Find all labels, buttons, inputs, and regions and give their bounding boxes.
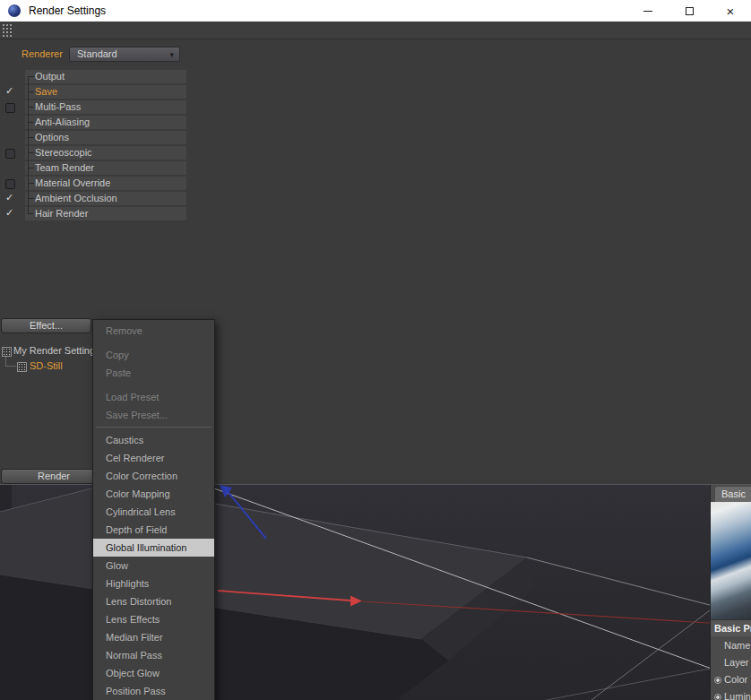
effect-button[interactable]: Effect... <box>1 318 91 333</box>
settings-checkbox[interactable]: ✓ <box>4 130 18 145</box>
context-menu-item-label: Position Pass <box>106 686 166 696</box>
context-menu-item[interactable]: Caustics <box>93 431 214 449</box>
settings-row-bar: Anti-Aliasing <box>25 116 186 129</box>
settings-row-bar: Hair Render <box>25 207 186 220</box>
context-menu-item-label: Save Preset... <box>106 410 168 420</box>
settings-tree-label: Output <box>35 70 65 83</box>
material-preview-thumbnail[interactable] <box>711 502 751 620</box>
settings-tree-label: Team Render <box>35 161 94 175</box>
channel-radio-icon[interactable] <box>714 677 721 684</box>
attribute-row[interactable]: Name <box>711 637 751 654</box>
grid-line <box>547 669 710 700</box>
channel-radio-icon[interactable] <box>714 694 721 700</box>
drag-strip[interactable] <box>0 22 751 39</box>
settings-checkbox[interactable]: ✓ <box>4 69 18 84</box>
context-menu-item-label: Cel Renderer <box>106 453 164 463</box>
tab-basic[interactable]: Basic <box>715 487 751 502</box>
settings-checkbox[interactable]: ✓ <box>4 84 18 99</box>
settings-row-bar: Material Override <box>25 177 186 190</box>
settings-row-bar: Stereoscopic <box>25 146 186 160</box>
cinema4d-app-icon <box>8 4 21 17</box>
context-menu-item[interactable]: Lens Distortion <box>93 592 214 610</box>
context-menu-item[interactable]: Highlights <box>93 575 214 592</box>
context-menu-item-label: Paste <box>106 367 131 378</box>
settings-checkbox[interactable]: ✓ <box>4 160 18 176</box>
maximize-button[interactable] <box>669 0 710 22</box>
settings-tree: ✓ Output ✓ Save ✓ Multi-Pass <box>0 69 190 221</box>
context-menu-item[interactable]: Load Preset <box>93 388 214 406</box>
context-menu-item[interactable]: Copy <box>93 346 214 364</box>
render-button[interactable]: Render <box>1 469 107 484</box>
context-menu-item-label: Remove <box>106 325 142 336</box>
preset-tree-label: My Render Setting <box>13 343 95 359</box>
context-menu-item[interactable]: Cel Renderer <box>93 449 214 467</box>
renderer-dropdown[interactable]: Standard ▾ <box>69 47 180 62</box>
context-menu-item[interactable]: Color Correction <box>93 467 214 485</box>
screen: Render Settings × Renderer Standard ▾ <box>0 0 751 700</box>
maximize-icon <box>686 7 694 15</box>
context-menu-item[interactable]: Glow <box>93 557 214 575</box>
attribute-label: Color <box>724 674 747 685</box>
tree-connector-line <box>28 76 29 213</box>
drag-handle-icon <box>2 23 13 37</box>
context-menu-item-label: Load Preset <box>106 392 159 402</box>
settings-row-bar: Team Render <box>25 161 186 175</box>
context-menu-item-label: Global Illumination <box>106 542 187 553</box>
attribute-row[interactable]: Layer <box>711 654 751 671</box>
context-menu-item-label: Color Mapping <box>106 488 170 499</box>
minimize-button[interactable] <box>627 0 669 22</box>
checkbox-checked-icon: ✓ <box>5 207 13 219</box>
context-menu-item[interactable]: Lens Effects <box>93 610 214 628</box>
context-menu-item[interactable]: Global Illumination <box>93 539 214 557</box>
context-menu-item[interactable]: Save Preset... <box>93 406 214 424</box>
renderer-dropdown-value: Standard <box>77 48 117 59</box>
settings-row-bar: Output <box>25 70 186 83</box>
settings-checkbox[interactable]: ✓ <box>4 206 18 221</box>
chevron-down-icon: ▾ <box>169 48 174 61</box>
context-menu-item-label: Highlights <box>106 578 149 589</box>
settings-tree-label: Hair Render <box>35 207 88 220</box>
settings-tree-label: Ambient Occlusion <box>35 192 117 205</box>
attribute-label: Name <box>724 640 750 651</box>
attribute-label: Layer <box>724 657 749 668</box>
context-menu-item[interactable]: Color Mapping <box>93 485 214 503</box>
context-menu-item-label: Lens Effects <box>106 614 160 625</box>
render-setting-icon <box>17 362 27 372</box>
basic-properties-section-header: Basic Properties <box>711 620 751 636</box>
context-menu-item-label: Object Glow <box>106 668 160 678</box>
context-menu-item[interactable]: Depth of Field <box>93 521 214 539</box>
context-menu-item-label: Cylindrical Lens <box>106 506 176 517</box>
context-menu-item[interactable]: Cylindrical Lens <box>93 503 214 521</box>
context-menu-item-label: Copy <box>106 350 129 360</box>
settings-checkbox[interactable]: ✓ <box>4 176 18 191</box>
preset-tree-label: SD-Still <box>30 359 63 374</box>
attribute-manager-panel: Basic Basic Properties Name Layer Color … <box>710 485 751 700</box>
settings-row-bar: Multi-Pass <box>25 100 186 114</box>
settings-checkbox[interactable]: ✓ <box>4 99 18 115</box>
context-menu-item-label: Color Correction <box>106 471 177 481</box>
context-menu-item-label: Lens Distortion <box>106 596 171 607</box>
context-menu-item-label: Median Filter <box>106 632 163 643</box>
settings-checkbox[interactable]: ✓ <box>4 145 18 160</box>
context-menu-item[interactable]: Position Pass <box>93 682 214 700</box>
context-menu-item[interactable]: Remove <box>93 322 214 340</box>
settings-row-bar: Save <box>25 85 186 99</box>
close-icon: × <box>727 4 735 18</box>
attribute-row[interactable]: Color <box>711 671 751 688</box>
render-setting-icon <box>2 347 12 357</box>
checkbox-unchecked-icon <box>5 103 15 113</box>
close-button[interactable]: × <box>710 0 751 22</box>
settings-row-bar: Options <box>25 131 186 144</box>
context-menu-item[interactable]: Normal Pass <box>93 646 214 664</box>
settings-row-bar: Ambient Occlusion <box>25 192 186 205</box>
settings-tree-label: Multi-Pass <box>35 100 81 114</box>
context-menu-item[interactable]: Paste <box>93 364 214 382</box>
context-menu-item[interactable]: Median Filter <box>93 628 214 646</box>
settings-checkbox[interactable]: ✓ <box>4 115 18 130</box>
window-controls: × <box>627 0 751 22</box>
settings-checkbox[interactable]: ✓ <box>4 191 18 206</box>
context-menu-item-label: Glow <box>106 560 128 571</box>
attribute-row[interactable]: Luminance <box>711 688 751 700</box>
context-menu-item[interactable]: Object Glow <box>93 664 214 682</box>
attribute-rows: Name Layer Color Luminance <box>711 637 751 700</box>
